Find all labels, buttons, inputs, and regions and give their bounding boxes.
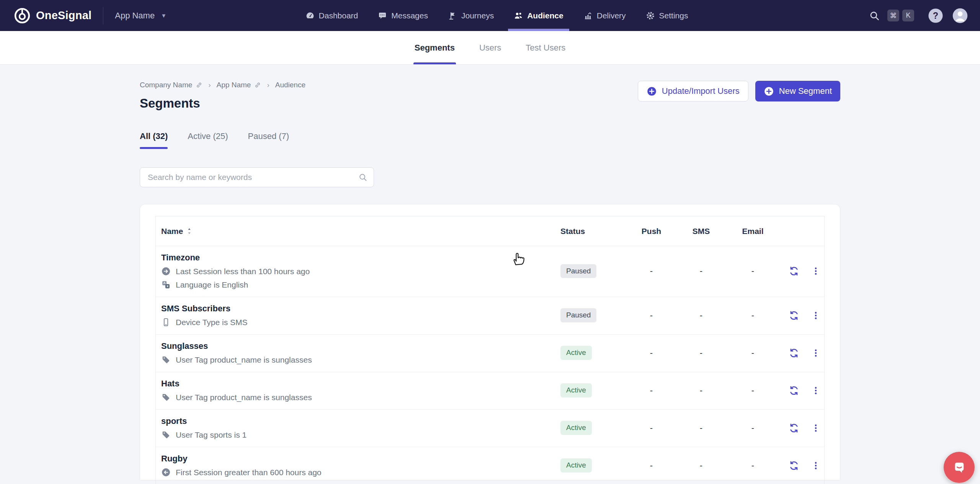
table-row[interactable]: sportsUser Tag sports is 1Active--- xyxy=(156,410,824,447)
new-segment-button[interactable]: New Segment xyxy=(755,81,840,101)
breadcrumb-label: Audience xyxy=(275,81,305,89)
help-button[interactable]: ? xyxy=(927,7,944,24)
refresh-segment-button[interactable] xyxy=(788,347,800,359)
nav-item-label: Delivery xyxy=(597,11,626,20)
table-body: TimezoneLast Session less than 100 hours… xyxy=(156,246,824,484)
table-row[interactable]: RugbyFirst Session greater than 600 hour… xyxy=(156,447,824,484)
segment-criterion: Device Type is SMS xyxy=(161,317,560,327)
criterion-text: User Tag product_name is sunglasses xyxy=(176,355,312,365)
nav-item-journeys[interactable]: Journeys xyxy=(444,0,497,31)
criterion-text: User Tag product_name is sunglasses xyxy=(176,393,312,402)
settings-icon xyxy=(646,11,655,20)
email-count: - xyxy=(725,386,781,396)
svg-text:?: ? xyxy=(933,11,938,21)
row-menu-button[interactable] xyxy=(811,266,821,276)
criterion-text: Language is English xyxy=(176,280,248,289)
row-menu-button[interactable] xyxy=(811,423,821,433)
criterion-text: User Tag sports is 1 xyxy=(176,430,247,440)
brand-name: OneSignal xyxy=(36,9,91,22)
main-content: Company Name›App Name›Audience Segments … xyxy=(0,65,980,480)
table-row[interactable]: SunglassesUser Tag product_name is sungl… xyxy=(156,335,824,372)
segment-name: Hats xyxy=(161,379,560,389)
filter-tab-all-32[interactable]: All (32) xyxy=(140,131,168,149)
column-header-label: Name xyxy=(161,227,183,236)
row-menu-button[interactable] xyxy=(811,348,821,358)
table-row[interactable]: HatsUser Tag product_name is sunglassesA… xyxy=(156,372,824,410)
refresh-segment-button[interactable] xyxy=(788,385,800,396)
status-badge: Active xyxy=(560,421,592,435)
email-count: - xyxy=(725,348,781,358)
update-import-users-button[interactable]: Update/Import Users xyxy=(638,81,748,101)
main-nav: DashboardMessagesJourneysAudienceDeliver… xyxy=(296,0,740,31)
chat-launcher-button[interactable] xyxy=(944,452,975,483)
status-badge: Paused xyxy=(560,308,596,322)
filter-tab-label: Active (25) xyxy=(188,131,228,141)
refresh-segment-button[interactable] xyxy=(788,265,800,277)
segment-name: sports xyxy=(161,416,560,426)
search-icon[interactable] xyxy=(869,10,880,21)
nav-item-delivery[interactable]: Delivery xyxy=(580,0,629,31)
segment-criterion: User Tag sports is 1 xyxy=(161,430,560,440)
segment-name-cell: TimezoneLast Session less than 100 hours… xyxy=(156,253,560,289)
status-badge: Active xyxy=(560,383,592,397)
nav-item-label: Dashboard xyxy=(319,11,358,20)
refresh-segment-button[interactable] xyxy=(788,310,800,321)
page-title: Segments xyxy=(140,96,305,111)
nav-item-settings[interactable]: Settings xyxy=(642,0,692,31)
filter-tab-active-25[interactable]: Active (25) xyxy=(188,131,228,149)
device-icon xyxy=(161,317,171,327)
sms-count: - xyxy=(677,266,725,276)
filter-tab-paused-7[interactable]: Paused (7) xyxy=(248,131,289,149)
messages-icon xyxy=(378,11,387,20)
column-header-email: Email xyxy=(725,227,781,236)
filter-tab-label: Paused (7) xyxy=(248,131,289,141)
criterion-text: First Session greater than 600 hours ago xyxy=(176,468,322,477)
segment-filter-tabs: All (32)Active (25)Paused (7) xyxy=(140,131,840,149)
page-actions: Update/Import Users New Segment xyxy=(638,81,840,101)
chevron-right-icon: › xyxy=(267,81,269,89)
app-selector-dropdown[interactable]: App Name ▼ xyxy=(115,11,167,21)
nav-item-dashboard[interactable]: Dashboard xyxy=(302,0,362,31)
row-menu-button[interactable] xyxy=(811,461,821,471)
tag-icon xyxy=(161,392,171,402)
app-selector-label: App Name xyxy=(115,11,155,21)
keycap: ⌘ xyxy=(887,10,899,21)
push-count: - xyxy=(626,266,677,276)
row-menu-button[interactable] xyxy=(811,311,821,320)
tag-icon xyxy=(161,355,171,365)
breadcrumb-item-company-name[interactable]: Company Name xyxy=(140,81,203,89)
avatar[interactable] xyxy=(952,7,969,24)
segments-table: Name Status Push SMS Email TimezoneLast … xyxy=(155,216,825,484)
row-menu-button[interactable] xyxy=(811,386,821,396)
refresh-segment-button[interactable] xyxy=(788,422,800,434)
onesignal-mark-icon xyxy=(14,7,31,24)
onesignal-logo[interactable]: OneSignal xyxy=(14,7,91,24)
dashboard-icon xyxy=(305,11,315,20)
push-count: - xyxy=(626,423,677,433)
breadcrumb-item-app-name[interactable]: App Name xyxy=(217,81,261,89)
search-input[interactable] xyxy=(148,173,358,182)
tag-icon xyxy=(161,430,171,440)
plus-circle-icon xyxy=(647,86,657,96)
column-header-label: Status xyxy=(560,227,585,236)
breadcrumb: Company Name›App Name›Audience xyxy=(140,81,305,89)
tab-test-users[interactable]: Test Users xyxy=(524,31,567,64)
email-count: - xyxy=(725,266,781,276)
delivery-icon xyxy=(583,11,593,20)
column-header-name[interactable]: Name xyxy=(156,227,560,236)
nav-item-messages[interactable]: Messages xyxy=(374,0,431,31)
breadcrumb-label: App Name xyxy=(217,81,251,89)
nav-item-audience[interactable]: Audience xyxy=(510,0,567,31)
tab-label: Segments xyxy=(415,43,455,53)
table-row[interactable]: SMS SubscribersDevice Type is SMSPaused-… xyxy=(156,297,824,335)
top-nav: OneSignal App Name ▼ DashboardMessagesJo… xyxy=(0,0,980,31)
new-segment-label: New Segment xyxy=(779,86,832,96)
segment-name: Timezone xyxy=(161,253,560,263)
link-icon xyxy=(196,82,203,88)
tab-segments[interactable]: Segments xyxy=(413,31,456,64)
criterion-text: Last Session less than 100 hours ago xyxy=(176,267,310,276)
chevron-right-icon: › xyxy=(208,81,211,89)
tab-users[interactable]: Users xyxy=(478,31,502,64)
refresh-segment-button[interactable] xyxy=(788,460,800,471)
table-row[interactable]: TimezoneLast Session less than 100 hours… xyxy=(156,246,824,297)
